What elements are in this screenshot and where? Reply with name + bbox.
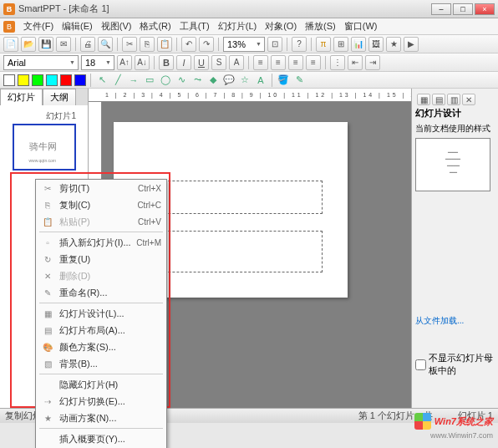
ellipse-tool-icon[interactable]: ◯ — [159, 74, 172, 87]
panel-btn-3[interactable]: ▥ — [447, 94, 460, 105]
cm-cut[interactable]: ✂剪切(T)Ctrl+X — [36, 180, 166, 196]
watermark-logo-icon — [414, 413, 431, 430]
bold-icon[interactable]: B — [159, 55, 174, 70]
decrease-font-icon[interactable]: A↓ — [135, 55, 150, 70]
shapes-icon[interactable]: ◆ — [206, 74, 220, 87]
color-cyan[interactable] — [46, 74, 58, 86]
slide-thumbnail-1[interactable]: 骑牛网 www.qqtn.com — [13, 124, 76, 171]
thumb-text2: www.qqtn.com — [29, 158, 57, 163]
cm-hide[interactable]: 隐藏幻灯片(H) — [36, 376, 166, 393]
star-icon[interactable]: ☆ — [238, 74, 252, 87]
cm-color[interactable]: 🎨颜色方案(S)... — [36, 339, 166, 355]
cm-transition[interactable]: ⇢幻灯片切换(E)... — [36, 393, 166, 410]
image-icon[interactable]: 🖼 — [368, 37, 384, 52]
cm-rename[interactable]: ✎重命名(R)... — [36, 284, 166, 301]
callout-icon[interactable]: 💬 — [222, 74, 236, 87]
menu-play[interactable]: 播放(S) — [305, 20, 336, 33]
open-icon[interactable]: 📂 — [21, 37, 36, 52]
context-menu: ✂剪切(T)Ctrl+X ⎘复制(C)Ctrl+C 📋粘贴(P)Ctrl+V ▫… — [35, 179, 167, 448]
menu-file[interactable]: 文件(F) — [23, 20, 53, 33]
color-red[interactable] — [60, 74, 72, 86]
indent-dec-icon[interactable]: ⇤ — [348, 55, 363, 70]
cm-animation[interactable]: ★动画方案(N)... — [36, 410, 166, 426]
line-color-icon[interactable]: ✎ — [292, 74, 306, 87]
cm-summary[interactable]: 插入概要页(Y)... — [36, 430, 166, 447]
cm-layout[interactable]: ▤幻灯片布局(A)... — [36, 322, 166, 339]
align-right-icon[interactable]: ≡ — [288, 55, 303, 70]
minimize-button[interactable]: – — [431, 3, 451, 15]
copy-icon[interactable]: ⎘ — [140, 37, 155, 52]
print-icon[interactable]: 🖨 — [80, 37, 95, 52]
color-blue[interactable] — [74, 74, 86, 86]
table-icon[interactable]: ⊞ — [333, 37, 348, 52]
load-from-file-link[interactable]: 从文件加载... — [415, 315, 495, 327]
redo-icon: ↻ — [41, 252, 54, 266]
mail-icon[interactable]: ✉ — [56, 37, 71, 52]
bullets-icon[interactable]: ⋮ — [330, 55, 345, 70]
tab-outline[interactable]: 大纲 — [43, 89, 76, 105]
panel-btn-4[interactable]: ✕ — [462, 94, 475, 105]
color-yellow[interactable] — [18, 74, 29, 86]
cut-icon[interactable]: ✂ — [122, 37, 137, 52]
fill-icon[interactable]: 🪣 — [277, 74, 290, 87]
increase-font-icon[interactable]: A↑ — [117, 55, 132, 70]
menu-window[interactable]: 窗口(W) — [344, 20, 378, 33]
cm-paste[interactable]: 📋粘贴(P)Ctrl+V — [36, 213, 166, 230]
help-icon[interactable]: ? — [292, 37, 307, 52]
chart-icon[interactable]: 📊 — [351, 37, 366, 52]
cm-design[interactable]: ▦幻灯片设计(L)... — [36, 305, 166, 322]
rename-icon: ✎ — [41, 286, 54, 299]
align-center-icon[interactable]: ≡ — [271, 55, 286, 70]
tab-slides[interactable]: 幻灯片 — [0, 89, 43, 105]
rect-tool-icon[interactable]: ▭ — [143, 74, 156, 87]
underline-icon[interactable]: U — [194, 55, 209, 70]
menu-tools[interactable]: 工具(T) — [180, 20, 210, 33]
align-justify-icon[interactable]: ≡ — [306, 55, 321, 70]
style-thumbnail[interactable]: ━━━━━━━━━━━━━━━━━━ — [415, 138, 490, 191]
line-tool-icon[interactable]: ╱ — [111, 74, 124, 87]
zoom-select[interactable]: 13% — [223, 37, 265, 52]
font-size-select[interactable]: 18 — [81, 55, 114, 70]
anim-icon[interactable]: ★ — [386, 37, 401, 52]
paste-icon[interactable]: 📋 — [157, 37, 172, 52]
menu-edit[interactable]: 编辑(E) — [62, 20, 93, 33]
outline-icon[interactable]: A — [229, 55, 244, 70]
menu-view[interactable]: 视图(V) — [101, 20, 132, 33]
shadow-icon[interactable]: S — [211, 55, 226, 70]
pi-icon[interactable]: π — [316, 37, 331, 52]
redo-icon[interactable]: ↷ — [199, 37, 214, 52]
italic-icon[interactable]: I — [176, 55, 191, 70]
menu-slide[interactable]: 幻灯片(L) — [218, 20, 257, 33]
zoom-fit-icon[interactable]: ⊡ — [267, 37, 282, 52]
preview-icon[interactable]: 🔍 — [98, 37, 113, 52]
text-tool-icon[interactable]: A — [254, 74, 267, 87]
font-family-select[interactable]: Arial — [3, 55, 79, 70]
cm-undo[interactable]: ↻重复(U) — [36, 251, 166, 267]
arrow-line-icon[interactable]: → — [127, 74, 140, 87]
color-icon: 🎨 — [41, 340, 54, 354]
maximize-button[interactable]: □ — [453, 3, 473, 15]
arrow-tool-icon[interactable]: ↖ — [95, 74, 109, 87]
cm-background[interactable]: ▧背景(B)... — [36, 355, 166, 372]
toolbar-drawing: ↖ ╱ → ▭ ◯ ∿ ⤳ ◆ 💬 ☆ A 🪣 ✎ — [0, 72, 498, 89]
hide-master-checkbox[interactable] — [415, 359, 426, 370]
cm-copy[interactable]: ⎘复制(C)Ctrl+C — [36, 196, 166, 213]
menu-object[interactable]: 对象(O) — [265, 20, 297, 33]
color-green[interactable] — [32, 74, 43, 86]
connector-icon[interactable]: ⤳ — [191, 74, 204, 87]
cm-delete[interactable]: ✕删除(D) — [36, 267, 166, 284]
save-icon[interactable]: 💾 — [38, 37, 53, 52]
menu-format[interactable]: 格式(R) — [140, 20, 170, 33]
play-icon[interactable]: ▶ — [404, 37, 419, 52]
cut-icon: ✂ — [41, 181, 54, 195]
panel-btn-1[interactable]: ▦ — [417, 94, 430, 105]
cm-insert-slide[interactable]: ▫插入新幻灯片(I)...Ctrl+M — [36, 234, 166, 251]
new-icon[interactable]: 📄 — [3, 37, 18, 52]
panel-btn-2[interactable]: ▤ — [432, 94, 445, 105]
color-white[interactable] — [3, 74, 15, 86]
undo-icon[interactable]: ↶ — [181, 37, 196, 52]
close-button[interactable]: × — [475, 3, 495, 15]
curve-tool-icon[interactable]: ∿ — [175, 74, 188, 87]
align-left-icon[interactable]: ≡ — [253, 55, 268, 70]
indent-inc-icon[interactable]: ⇥ — [365, 55, 380, 70]
